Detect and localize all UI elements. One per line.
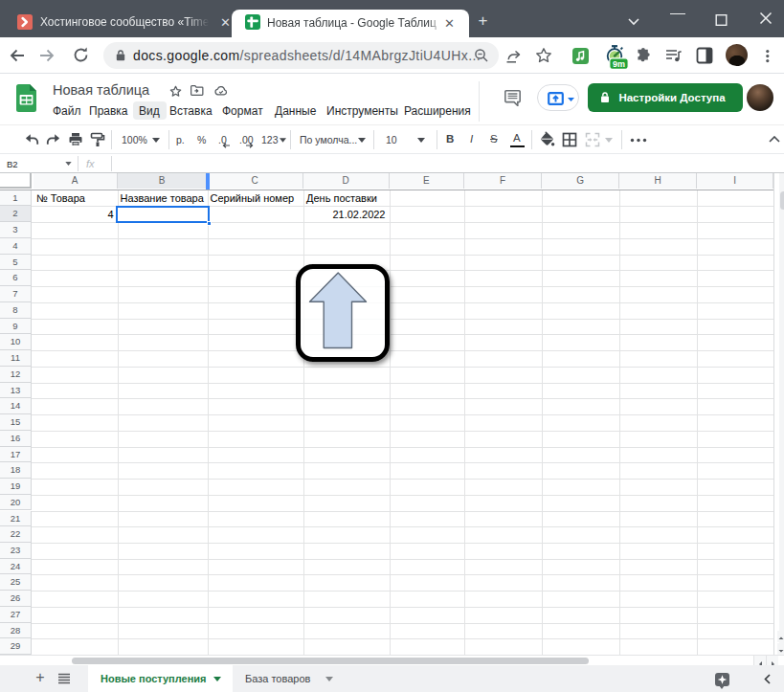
svg-text:9m: 9m xyxy=(613,59,625,69)
